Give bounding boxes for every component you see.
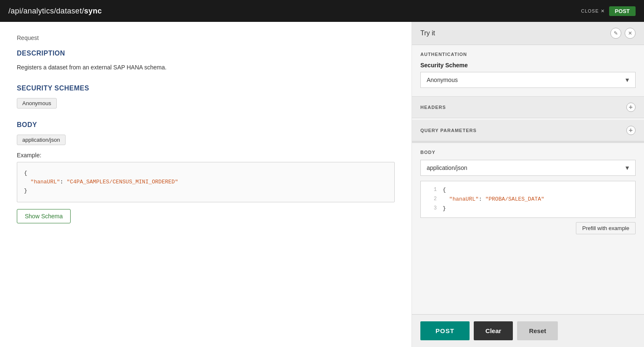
line-content-2: "hanaURL": "PROBA/SALES_DATA"	[443, 195, 544, 204]
top-bar: /api/analytics/dataset/sync CLOSE ✕ POST	[0, 0, 644, 22]
security-schemes-section: SECURITY SCHEMES Anonymous	[17, 85, 395, 109]
body-right-title: BODY	[420, 150, 636, 155]
security-schemes-title: SECURITY SCHEMES	[17, 85, 395, 92]
path-prefix: /api/analytics/dataset/	[8, 7, 84, 15]
close-icon[interactable]: ✕	[625, 28, 636, 39]
body-section: BODY application/json Example: { "hanaUR…	[17, 121, 395, 223]
editor-line-1: 1 {	[421, 185, 635, 195]
body-code-editor[interactable]: 1 { 2 "hanaURL": "PROBA/SALES_DATA" 3 }	[420, 181, 636, 218]
security-scheme-wrapper: Anonymous OAuth2 API Key ▼	[420, 72, 636, 88]
code-open-brace: {	[24, 169, 388, 178]
description-text: Registers a dataset from an external SAP…	[17, 63, 395, 72]
top-bar-right: CLOSE ✕ POST	[581, 6, 636, 16]
headers-title: HEADERS	[420, 105, 446, 110]
body-content-type-select[interactable]: application/json text/plain	[421, 160, 635, 175]
description-title: DESCRIPTION	[17, 50, 395, 57]
body-title: BODY	[17, 121, 395, 129]
try-it-icons: ✎ ✕	[610, 28, 636, 39]
auth-section-title: AUTHENTICATION	[420, 52, 636, 57]
query-params-header: QUERY PARAMETERS +	[412, 120, 644, 141]
code-line2: "hanaURL": "C4PA_SAMPLES/CENSUS_MINI_ORD…	[24, 178, 388, 187]
line-content-1: {	[443, 185, 446, 195]
reset-button[interactable]: Reset	[517, 321, 558, 340]
show-schema-button[interactable]: Show Schema	[17, 209, 71, 223]
right-panel: Try it ✎ ✕ AUTHENTICATION Security Schem…	[412, 22, 644, 347]
code-value: "C4PA_SAMPLES/CENSUS_MINI_ORDERED"	[66, 179, 178, 185]
headers-add-icon[interactable]: +	[626, 103, 636, 112]
example-code-block: { "hanaURL": "C4PA_SAMPLES/CENSUS_MINI_O…	[17, 162, 395, 202]
content-type-badge: application/json	[17, 135, 66, 145]
post-button[interactable]: POST	[420, 321, 470, 340]
path-bold: sync	[84, 7, 102, 15]
body-content-type-wrapper: application/json text/plain ▼	[420, 160, 636, 176]
line-num-3: 3	[425, 204, 437, 213]
request-label: Request	[17, 34, 395, 41]
example-label: Example:	[17, 152, 395, 159]
action-bar: POST Clear Reset	[412, 314, 644, 347]
security-scheme-select[interactable]: Anonymous OAuth2 API Key	[421, 72, 635, 87]
left-panel: Request DESCRIPTION Registers a dataset …	[0, 22, 412, 347]
query-params-title: QUERY PARAMETERS	[420, 128, 477, 133]
prefill-button[interactable]: Prefill with example	[576, 222, 636, 234]
try-it-header: Try it ✎ ✕	[412, 22, 644, 45]
close-label[interactable]: CLOSE ✕	[581, 8, 604, 14]
api-path: /api/analytics/dataset/sync	[8, 7, 102, 16]
query-params-section: QUERY PARAMETERS +	[412, 120, 644, 141]
authentication-section: AUTHENTICATION Security Scheme Anonymous…	[412, 45, 644, 97]
security-scheme-label: Security Scheme	[420, 62, 636, 69]
scheme-badge: Anonymous	[17, 98, 57, 109]
main-content: Request DESCRIPTION Registers a dataset …	[0, 22, 644, 347]
headers-section: HEADERS +	[412, 97, 644, 118]
code-key: "hanaURL"	[31, 179, 60, 185]
post-badge: POST	[609, 6, 636, 16]
editor-line-3: 3 }	[421, 204, 635, 213]
clear-button[interactable]: Clear	[474, 321, 513, 340]
editor-line-2: 2 "hanaURL": "PROBA/SALES_DATA"	[421, 195, 635, 204]
try-it-body: AUTHENTICATION Security Scheme Anonymous…	[412, 45, 644, 314]
edit-icon[interactable]: ✎	[610, 28, 621, 39]
line-num-1: 1	[425, 185, 437, 195]
editor-key: "hanaURL"	[449, 196, 479, 202]
body-right-section: BODY application/json text/plain ▼ 1 { 2	[412, 141, 644, 226]
try-it-title: Try it	[420, 29, 435, 37]
query-params-add-icon[interactable]: +	[626, 126, 636, 135]
headers-header: HEADERS +	[412, 97, 644, 118]
line-content-3: }	[443, 204, 446, 213]
code-close-brace: }	[24, 187, 388, 196]
line-num-2: 2	[425, 195, 437, 204]
editor-value: "PROBA/SALES_DATA"	[485, 196, 544, 202]
